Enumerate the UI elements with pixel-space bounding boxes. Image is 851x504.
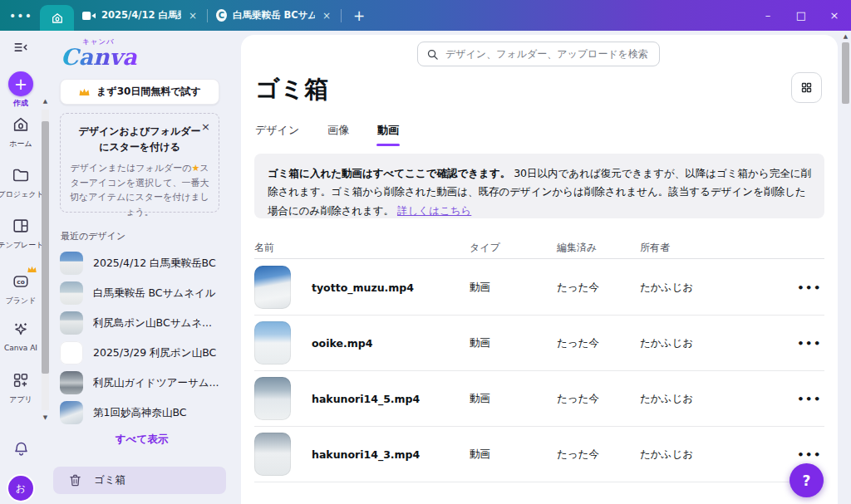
file-owner: たかふじお — [640, 336, 794, 350]
home-icon — [51, 12, 64, 25]
document-tab-1[interactable]: 2025/4/12 白馬乗鞍... × — [74, 0, 207, 31]
search-input[interactable] — [445, 48, 651, 60]
close-tab-icon[interactable]: × — [187, 10, 199, 22]
sidebar-item-trash[interactable]: ゴミ箱 — [53, 467, 226, 494]
star-icon: ★ — [191, 163, 199, 174]
sidebar-scrollbar[interactable]: ▲ ▼ — [42, 98, 49, 422]
star-promo-title: デザインおよびフォルダーにスターを付ける — [69, 124, 210, 154]
content-tabs: デザイン 画像 動画 — [255, 123, 399, 146]
canva-logo[interactable]: キャンバ Canva — [61, 37, 137, 68]
tab-videos[interactable]: 動画 — [377, 123, 399, 146]
learn-more-link[interactable]: 詳しくはこちら — [397, 204, 471, 217]
bell-icon — [12, 440, 30, 458]
row-menu-button[interactable]: ••• — [794, 393, 824, 405]
scroll-down-arrow[interactable]: ▼ — [42, 414, 49, 422]
row-menu-button[interactable]: ••• — [794, 281, 824, 294]
document-tab-2[interactable]: C 白馬乗鞍岳 BCサム... × — [208, 0, 341, 31]
window-scrollbar[interactable]: ▲ — [842, 33, 849, 504]
nav-rail: + 作成 ホーム プロジェクト テンプレート co ブランド — [0, 31, 42, 504]
recent-design-item[interactable]: 白馬乗鞍岳 BCサムネイル — [60, 279, 223, 307]
close-icon[interactable]: × — [201, 121, 210, 132]
design-thumbnail — [60, 252, 83, 275]
recent-design-item[interactable]: 2025/3/29 利尻ポン山BC — [60, 339, 223, 367]
video-thumbnail — [254, 433, 291, 476]
show-all-link[interactable]: すべて表示 — [49, 433, 234, 447]
plus-icon: + — [8, 71, 33, 96]
scrollbar-thumb[interactable] — [842, 42, 849, 104]
rail-item-label: ホーム — [0, 139, 44, 149]
design-thumbnail — [60, 371, 83, 394]
sidebar-item-templates[interactable]: テンプレート — [0, 217, 44, 251]
recent-design-item[interactable]: 利尻山ガイドツアーサム... — [60, 369, 223, 397]
grid-view-icon — [800, 81, 813, 94]
new-tab-button[interactable]: + — [342, 7, 376, 24]
collapse-sidebar-button[interactable] — [0, 39, 44, 59]
sidebar-item-canva-ai[interactable]: Canva AI — [0, 321, 44, 352]
file-owner: たかふじお — [640, 448, 794, 462]
tab-designs[interactable]: デザイン — [255, 123, 299, 146]
recent-design-item[interactable]: 第1回妙高神奈山BC — [60, 399, 223, 427]
file-owner: たかふじお — [640, 392, 794, 406]
trash-icon — [68, 473, 82, 487]
table-row[interactable]: tyotto_muzu.mp4 動画 たった今 たかふじお ••• — [254, 260, 824, 316]
main-content: ゴミ箱 デザイン 画像 動画 ゴミ箱に入れた動画はすべてここで確認できます。 3… — [241, 35, 838, 504]
document-tab-2-title: 白馬乗鞍岳 BCサム... — [233, 9, 315, 22]
table-row[interactable]: ooike.mp4 動画 たった今 たかふじお ••• — [254, 316, 824, 371]
file-type: 動画 — [470, 281, 557, 295]
free-trial-label: まず30日間無料で試す — [96, 85, 201, 99]
rail-item-label: 作成 — [0, 98, 44, 109]
rail-item-label: プロジェクト — [0, 189, 44, 200]
free-trial-button[interactable]: まず30日間無料で試す — [60, 79, 219, 105]
titlebar-overflow-menu[interactable]: ••• — [7, 9, 35, 22]
page-title: ゴミ箱 — [255, 73, 328, 106]
grid-view-toggle-button[interactable] — [791, 72, 822, 103]
table-header: 名前 タイプ 編集済み 所有者 — [254, 237, 824, 259]
table-row[interactable]: hakunori14_5.mp4 動画 たった今 たかふじお ••• — [254, 371, 824, 427]
design-thumbnail — [60, 401, 83, 424]
rail-item-label: テンプレート — [0, 240, 44, 251]
tab-images[interactable]: 画像 — [327, 123, 349, 146]
video-thumbnail — [254, 321, 291, 365]
rail-item-label: ブランド — [0, 296, 44, 306]
sidebar-item-apps[interactable]: アプリ — [0, 371, 44, 405]
scroll-up-arrow[interactable]: ▲ — [842, 33, 849, 41]
maximize-button[interactable]: □ — [785, 0, 818, 31]
close-tab-icon[interactable]: × — [321, 10, 332, 22]
star-promo-panel: × デザインおよびフォルダーにスターを付ける デザインまたはフォルダーの★スター… — [60, 113, 219, 213]
avatar[interactable]: お — [8, 476, 33, 501]
search-bar[interactable] — [417, 42, 660, 66]
minimize-button[interactable]: – — [751, 0, 785, 31]
template-icon — [12, 217, 30, 235]
recent-design-item[interactable]: 利尻島ポン山BCサムネ... — [60, 309, 223, 337]
file-name: ooike.mp4 — [312, 337, 372, 350]
sidebar-item-projects[interactable]: プロジェクト — [0, 166, 44, 200]
recent-design-item[interactable]: 2025/4/12 白馬乗鞍岳BC — [60, 249, 223, 277]
file-edited: たった今 — [557, 392, 640, 406]
file-edited: たった今 — [557, 448, 640, 462]
design-thumbnail — [60, 281, 83, 305]
video-thumbnail — [254, 266, 291, 309]
crown-icon — [78, 87, 91, 96]
home-tab[interactable] — [40, 5, 74, 31]
table-row[interactable]: hakunori14_3.mp4 動画 たった今 たかふじお ••• — [254, 427, 824, 482]
scrollbar-thumb[interactable] — [42, 121, 49, 374]
row-menu-button[interactable]: ••• — [794, 448, 824, 461]
sidebar-item-brand[interactable]: co ブランド — [0, 272, 44, 306]
help-button[interactable]: ? — [790, 463, 824, 497]
trash-nav-label: ゴミ箱 — [94, 473, 125, 487]
sidebar-item-home[interactable]: ホーム — [0, 115, 44, 149]
window-controls: – □ × — [751, 0, 851, 31]
notifications-button[interactable] — [0, 440, 42, 461]
rail-item-label: アプリ — [0, 394, 44, 405]
star-promo-body: デザインまたはフォルダーの★スターアイコンを選択して、一番大切なアイテムにスター… — [69, 161, 210, 219]
close-button[interactable]: × — [818, 0, 851, 31]
video-icon — [82, 11, 96, 21]
file-type: 動画 — [470, 336, 557, 350]
file-name: hakunori14_5.mp4 — [312, 393, 420, 405]
sidebar-item-create[interactable]: + 作成 — [0, 71, 44, 109]
document-tab-1-title: 2025/4/12 白馬乗鞍... — [101, 9, 181, 22]
file-edited: たった今 — [557, 336, 640, 350]
table-row-partial[interactable] — [254, 482, 824, 504]
scroll-up-arrow[interactable]: ▲ — [42, 98, 49, 105]
row-menu-button[interactable]: ••• — [794, 337, 824, 350]
